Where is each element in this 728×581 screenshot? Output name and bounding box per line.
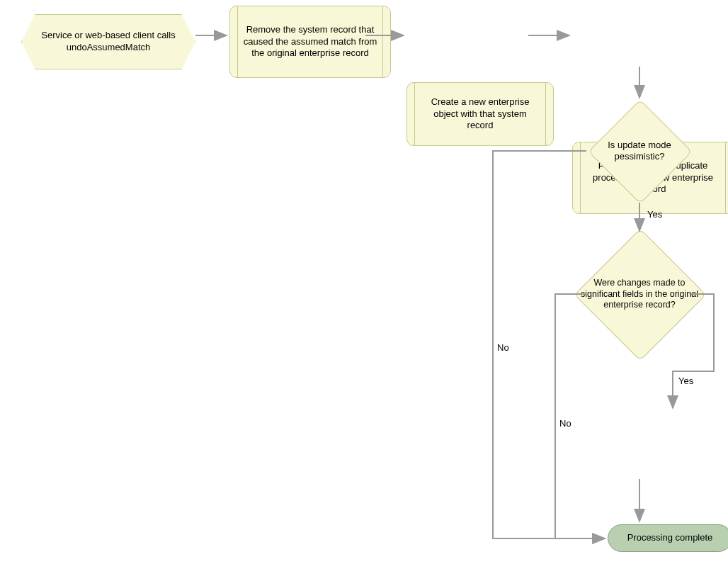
start-node: Service or web-based client calls undoAs… (21, 14, 195, 69)
start-text: Service or web-based client calls undoAs… (38, 30, 179, 54)
label-changes-yes: Yes (678, 376, 693, 386)
label-changes-no: No (559, 418, 571, 429)
decision-mode-text: Is update mode pessimistic? (589, 140, 690, 163)
remove-text: Remove the system record that caused the… (243, 24, 377, 60)
decision-update-mode: Is update mode pessimistic? (603, 115, 676, 187)
process-create-object: Create a new enterprise object with that… (406, 82, 554, 146)
label-mode-no: No (497, 342, 509, 353)
label-mode-yes: Yes (647, 209, 662, 220)
end-node: Processing complete (608, 524, 728, 552)
end-text: Processing complete (627, 532, 713, 544)
create-text: Create a new enterprise object with that… (420, 96, 540, 132)
process-remove-record: Remove the system record that caused the… (229, 6, 391, 78)
decision-changes-text: Were changes made to significant fields … (580, 278, 700, 311)
decision-changes: Were changes made to significant fields … (593, 248, 686, 340)
